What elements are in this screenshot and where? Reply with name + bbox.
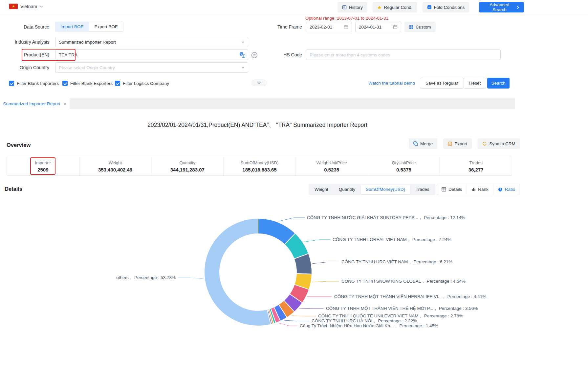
top-bar: ★ Vietnam History ★ Regular Cond. Fold C… [0, 0, 588, 14]
product-input[interactable] [59, 50, 240, 60]
country-name: Vietnam [20, 4, 37, 9]
view-tab-rank[interactable]: Rank [467, 184, 493, 195]
advanced-search-button[interactable]: Advanced Search [479, 2, 524, 12]
chevron-down-icon [241, 67, 245, 69]
chart-label: CÔNG TY TNHH LOREAL VIET NAM， Percentage… [333, 237, 451, 242]
filter-logitics-company-checkbox[interactable]: Filter Logitics Company [115, 81, 169, 86]
overview-heading: Overview [7, 142, 31, 148]
chart-leader-line [312, 262, 339, 264]
history-button[interactable]: History [338, 2, 367, 12]
chart-label: CÔNG TY TNHH MỘT THÀNH VIÊN HERBALIFE VI… [334, 294, 486, 299]
time-frame-label: Time Frame [250, 22, 302, 32]
view-tabs: Details Rank Ratio [437, 184, 520, 195]
report-tab[interactable]: Summarized Importer Report × [0, 98, 70, 109]
grid-icon [409, 25, 413, 29]
export-boe-tab[interactable]: Export BOE [89, 22, 123, 32]
chart-label: CÔNG TY TNHH URC VIỆT NAM， Percentage : … [341, 259, 452, 264]
date-to-input[interactable]: 2024-01-31 [355, 22, 401, 32]
custom-range-button[interactable]: Custom [404, 22, 436, 32]
chart-label: CÔNG TY TNHH QUỐC TẾ UNILEVER VIET NAM， … [318, 313, 463, 318]
metric-tab-sum-of-money[interactable]: SumOfMoney(USD) [361, 185, 410, 194]
hs-code-input[interactable] [310, 50, 497, 60]
chart-label: CÔNG TY TNHH NƯỚC GIẢI KHÁT SUNTORY PEPS… [307, 215, 465, 220]
regular-cond-button[interactable]: ★ Regular Cond. [373, 2, 417, 12]
origin-country-select[interactable]: Please select Origin Country [55, 62, 248, 73]
bar-chart-icon [471, 187, 476, 191]
date-from-input[interactable]: 2023-02-01 [306, 22, 352, 32]
export-file-icon [448, 141, 452, 146]
search-button[interactable]: Search [487, 78, 510, 89]
checkbox-checked-icon [62, 81, 68, 86]
overview-actions: Merge Export Sync to CRM [409, 138, 520, 149]
industry-analysis-select[interactable]: Summarized Importer Report [55, 37, 248, 47]
product-label: Product(EN) [0, 50, 49, 60]
export-button[interactable]: Export [443, 138, 472, 149]
fold-conditions-button[interactable]: Fold Conditions [423, 2, 469, 12]
chevron-down-icon [257, 82, 261, 84]
sync-to-crm-button[interactable]: Sync to CRM [478, 138, 520, 149]
merge-icon [413, 141, 418, 146]
svg-text:A: A [243, 54, 245, 57]
chart-label: CÔNG TY TNHH SNOW KING GLOBAL， Percentag… [341, 279, 466, 284]
tutorial-link[interactable]: Watch the tutorial demo [368, 81, 415, 86]
reset-button[interactable]: Reset [464, 78, 486, 89]
stat-sum-of-money: SumOfMoney(USD) 185,018,883.65 [223, 157, 295, 175]
optional-range-note: Optional range: 2013-07-01 to 2024-01-31 [305, 16, 388, 21]
chevron-down-icon [241, 41, 245, 43]
history-icon [342, 5, 347, 10]
app-root: ★ Vietnam History ★ Regular Cond. Fold C… [0, 0, 588, 381]
details-heading: Details [5, 186, 22, 192]
stat-quantity: Quantity 344,191,283.07 [151, 157, 223, 175]
metric-tab-weight[interactable]: Weight [310, 185, 333, 194]
stat-qty-unit-price: QtyUnitPrice 0.5375 [368, 157, 440, 175]
stat-importer: Importer 2509 [7, 157, 79, 175]
stat-weight-unit-price: WeightUnitPrice 0.5235 [295, 157, 368, 175]
star-icon: ★ [377, 5, 381, 10]
metric-tabs: Weight Quantity SumOfMoney(USD) Trades [309, 184, 435, 195]
chart-leader-line [292, 316, 316, 316]
sync-icon [482, 141, 487, 146]
stat-weight: Weight 353,430,402.49 [79, 157, 151, 175]
chart-slice[interactable] [204, 218, 271, 326]
import-boe-tab[interactable]: Import BOE [55, 22, 89, 32]
hs-code-label: HS Code [250, 50, 302, 60]
translate-icon: 文A [240, 52, 245, 58]
chart-label: others， Percentage : 53.78% [116, 275, 176, 280]
chart-label: CÔNG TY TNHH MỘT THÀNH VIÊN THẾ HỆ MỚI P… [326, 306, 478, 311]
merge-button[interactable]: Merge [409, 138, 437, 149]
chart-leader-line [278, 218, 305, 221]
data-source-tabs: Import BOE Export BOE [55, 22, 123, 32]
product-field: 文A [55, 50, 248, 60]
result-tab-strip: Summarized Importer Report × [0, 98, 515, 109]
filter-blank-exporters-checkbox[interactable]: Filter Blank Exporters [62, 81, 113, 86]
chart-leader-line [278, 323, 297, 326]
checkbox-checked-icon [115, 81, 120, 86]
calendar-icon [344, 25, 348, 29]
filter-blank-importers-checkbox[interactable]: Filter Blank Importers [9, 81, 59, 86]
hs-code-field [306, 50, 501, 60]
chart-label: CÔNG TY TNHH URC HÀ NỘI， Percentage : 2.… [312, 318, 417, 323]
industry-analysis-label: Industry Analysis [0, 37, 49, 47]
country-selector[interactable]: ★ Vietnam [9, 4, 43, 9]
stat-trades: Trades 36,277 [440, 157, 512, 175]
save-as-regular-button[interactable]: Save as Regular [420, 78, 464, 89]
calendar-icon [393, 25, 398, 29]
chevron-down-icon [40, 6, 43, 8]
tab-close-icon[interactable]: × [64, 101, 67, 106]
chart-leader-line [299, 308, 323, 309]
metric-tab-quantity[interactable]: Quantity [334, 185, 360, 194]
checkbox-checked-icon [9, 81, 14, 86]
view-tab-details[interactable]: Details [437, 184, 467, 195]
origin-country-label: Origin Country [0, 62, 49, 73]
chevron-right-icon [517, 6, 519, 9]
chart-leader-line [178, 278, 204, 279]
view-tab-ratio[interactable]: Ratio [493, 184, 520, 195]
data-source-label: Data Source [0, 22, 49, 32]
ratio-donut-chart: CÔNG TY TNHH NƯỚC GIẢI KHÁT SUNTORY PEPS… [0, 203, 515, 341]
top-bar-actions: History ★ Regular Cond. Fold Conditions … [338, 2, 524, 12]
chart-leader-line [304, 240, 330, 242]
collapse-conditions-toggle[interactable] [251, 80, 267, 86]
metric-tab-trades[interactable]: Trades [411, 185, 434, 194]
chart-label: Công Ty Trách Nhiệm Hữu Hạn Nước Giải Kh… [300, 323, 438, 328]
chart-leader-line [284, 320, 309, 321]
